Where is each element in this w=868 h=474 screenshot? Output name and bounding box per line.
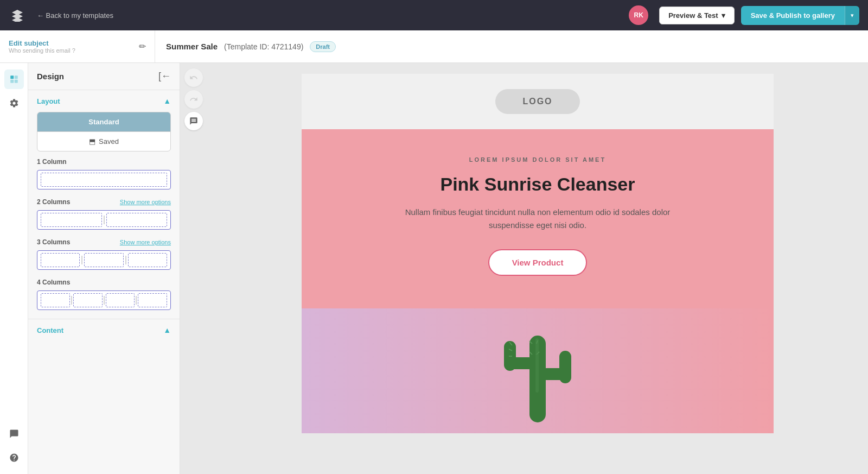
edit-subject-label[interactable]: Edit subject xyxy=(9,39,75,47)
four-column-preview[interactable] xyxy=(37,290,171,310)
save-publish-dropdown-button[interactable]: ▾ xyxy=(845,6,859,25)
sidebar-icon-help[interactable] xyxy=(4,448,24,467)
one-column-label: 1 Column xyxy=(37,158,67,166)
tab-saved[interactable]: ⬒ Saved xyxy=(37,131,170,151)
svg-rect-1 xyxy=(14,75,17,79)
tab-standard[interactable]: Standard xyxy=(37,112,170,131)
who-sending-label: Who sending this email ? xyxy=(9,47,75,54)
cactus-image xyxy=(483,314,592,433)
content-section-header[interactable]: Content ▲ xyxy=(28,319,180,341)
save-publish-group: Save & Publish to gallery ▾ xyxy=(741,6,859,25)
saved-icon: ⬒ xyxy=(89,137,95,146)
three-column-cell-2 xyxy=(84,253,123,267)
four-column-cell-2 xyxy=(73,293,103,307)
three-column-divider-1 xyxy=(81,256,82,264)
four-column-label: 4 Columns xyxy=(37,279,70,286)
sidebar-icons-bottom xyxy=(4,424,24,474)
three-column-section: 3 Columns Show more options xyxy=(28,238,180,279)
template-name: Summer Sale xyxy=(166,42,218,51)
two-column-show-more[interactable]: Show more options xyxy=(120,199,171,205)
panel-header: Design [← xyxy=(28,63,180,90)
svg-rect-2 xyxy=(10,80,14,83)
three-column-divider-2 xyxy=(125,256,126,264)
one-column-preview[interactable] xyxy=(37,170,171,189)
svg-rect-16 xyxy=(535,338,539,393)
four-column-cell-1 xyxy=(41,293,70,307)
content-section-chevron: ▲ xyxy=(163,326,171,334)
four-column-divider-3 xyxy=(136,296,137,305)
email-hero-block: LOREM IPSUM DOLOR SIT AMET Pink Sunrise … xyxy=(302,129,774,308)
collapse-panel-button[interactable]: [← xyxy=(158,71,171,82)
sidebar-icon-chat[interactable] xyxy=(4,424,24,444)
draft-badge: Draft xyxy=(310,41,336,52)
two-column-section: 2 Columns Show more options xyxy=(28,198,180,238)
two-column-divider xyxy=(104,216,105,224)
one-column-label-row: 1 Column xyxy=(37,158,171,166)
template-info: Summer Sale (Template ID: 4721149) Draft xyxy=(155,41,347,52)
canvas-area: LOGO LOREM IPSUM DOLOR SIT AMET Pink Sun… xyxy=(180,63,868,474)
four-column-cell-3 xyxy=(106,293,135,307)
preview-test-button[interactable]: Preview & Test ▾ xyxy=(659,7,735,24)
four-column-divider-2 xyxy=(104,296,105,305)
layout-tabs: Standard ⬒ Saved xyxy=(37,112,171,151)
two-column-cell-2 xyxy=(106,213,168,227)
email-cactus-block xyxy=(302,308,774,433)
three-column-preview[interactable] xyxy=(37,250,171,270)
three-column-label-row: 3 Columns Show more options xyxy=(37,238,171,246)
two-column-label-row: 2 Columns Show more options xyxy=(37,198,171,206)
hero-eyebrow: LOREM IPSUM DOLOR SIT AMET xyxy=(334,156,741,163)
undo-button[interactable] xyxy=(184,68,203,87)
tab-saved-label: Saved xyxy=(99,137,119,146)
layout-section-title: Layout xyxy=(37,97,60,105)
preview-label: Preview & Test xyxy=(668,11,718,20)
three-column-cell-3 xyxy=(128,253,167,267)
three-column-show-more[interactable]: Show more options xyxy=(120,239,171,245)
four-column-section: 4 Columns xyxy=(28,279,180,319)
three-column-cell-1 xyxy=(41,253,80,267)
email-container: LOGO LOREM IPSUM DOLOR SIT AMET Pink Sun… xyxy=(302,74,774,433)
edit-subject-area: Edit subject Who sending this email ? ✏ xyxy=(9,30,155,62)
one-column-section: 1 Column xyxy=(28,158,180,198)
sidebar-icon-design[interactable] xyxy=(4,69,24,89)
canvas-wrapper: LOGO LOREM IPSUM DOLOR SIT AMET Pink Sun… xyxy=(180,63,868,444)
layout-section-chevron: ▲ xyxy=(163,97,171,105)
save-publish-button[interactable]: Save & Publish to gallery xyxy=(741,6,845,25)
email-logo: LOGO xyxy=(495,89,579,114)
panel-title: Design xyxy=(37,72,64,81)
back-link[interactable]: ← Back to my templates xyxy=(37,11,113,20)
preview-dropdown-icon: ▾ xyxy=(722,11,725,20)
four-column-divider-1 xyxy=(71,296,72,305)
comment-button[interactable] xyxy=(184,112,203,130)
main-layout: Design [← Layout ▲ Standard ⬒ Saved 1 Co… xyxy=(0,63,868,474)
sub-header: Edit subject Who sending this email ? ✏ … xyxy=(0,30,868,63)
two-column-preview[interactable] xyxy=(37,210,171,230)
one-column-cell xyxy=(41,173,167,187)
two-column-cell-1 xyxy=(41,213,102,227)
redo-button[interactable] xyxy=(184,90,203,109)
four-column-cell-4 xyxy=(138,293,167,307)
svg-rect-0 xyxy=(10,75,14,79)
svg-rect-8 xyxy=(559,351,571,383)
edit-subject-text: Edit subject Who sending this email ? xyxy=(9,39,75,54)
template-id: (Template ID: 4721149) xyxy=(224,42,303,51)
top-navigation: ← Back to my templates RK Preview & Test… xyxy=(0,0,868,30)
hero-cta-button[interactable]: View Product xyxy=(488,249,588,276)
design-panel: Design [← Layout ▲ Standard ⬒ Saved 1 Co… xyxy=(28,63,180,474)
sidebar-icon-settings[interactable] xyxy=(4,93,24,113)
hero-body: Nullam finibus feugiat tincidunt nulla n… xyxy=(402,206,673,232)
four-column-label-row: 4 Columns xyxy=(37,279,171,286)
email-logo-block: LOGO xyxy=(302,74,774,129)
sidebar-icon-column xyxy=(0,63,28,474)
layout-section-header[interactable]: Layout ▲ xyxy=(28,90,180,112)
content-section-title: Content xyxy=(37,326,63,334)
svg-rect-3 xyxy=(14,80,17,83)
edit-subject-icon[interactable]: ✏ xyxy=(139,41,146,52)
hero-title: Pink Sunrise Cleanser xyxy=(334,174,741,195)
app-logo xyxy=(9,7,26,24)
canvas-tools xyxy=(180,63,207,444)
two-column-label: 2 Columns xyxy=(37,198,70,206)
three-column-label: 3 Columns xyxy=(37,238,70,246)
email-preview: LOGO LOREM IPSUM DOLOR SIT AMET Pink Sun… xyxy=(207,63,868,444)
avatar: RK xyxy=(629,5,648,25)
